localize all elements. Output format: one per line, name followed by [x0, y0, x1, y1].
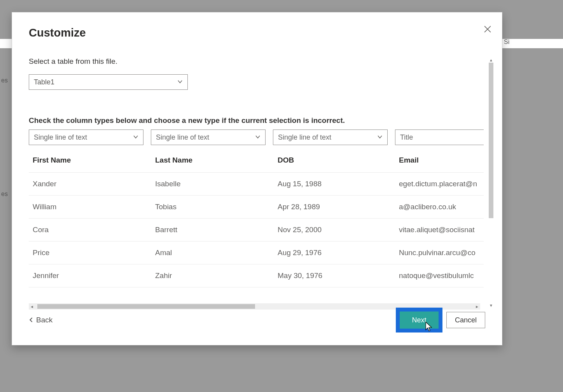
cancel-label: Cancel	[455, 316, 477, 324]
table-selector-value: Table1	[34, 78, 54, 86]
cell-last-name: Barrett	[151, 219, 274, 242]
cell-email: a@aclibero.co.uk	[395, 196, 484, 219]
column-header: Last Name	[151, 148, 274, 173]
chevron-left-icon	[29, 316, 34, 324]
bg-text-3: Si	[504, 38, 509, 46]
column-header: DOB	[274, 148, 395, 173]
column-types-label: Check the column types below and choose …	[29, 116, 491, 125]
next-button[interactable]: Next	[400, 312, 439, 329]
column-header: First Name	[29, 148, 151, 173]
cell-first-name: Jennifer	[29, 264, 151, 287]
close-button[interactable]	[482, 24, 493, 36]
column-type-selector-1[interactable]: Single line of text	[151, 130, 266, 145]
column-type-value: Single line of text	[156, 133, 209, 142]
table-row: Xander Isabelle Aug 15, 1988 eget.dictum…	[29, 173, 484, 196]
cell-first-name: William	[29, 196, 151, 219]
customize-dialog: Customize Select a table from this file.…	[12, 12, 502, 345]
cell-dob: Nov 25, 2000	[274, 219, 395, 242]
table-header-row: First Name Last Name DOB Email	[29, 148, 484, 173]
cell-dob: Aug 29, 1976	[274, 242, 395, 264]
cell-email: Nunc.pulvinar.arcu@co	[395, 242, 484, 264]
scroll-down-arrow-icon: ▼	[488, 303, 494, 308]
preview-area: Single line of text Single line of text …	[29, 130, 484, 298]
back-button[interactable]: Back	[29, 316, 52, 324]
column-type-value: Single line of text	[278, 133, 331, 142]
column-type-selector-0[interactable]: Single line of text	[29, 130, 143, 145]
chevron-down-icon	[255, 133, 261, 142]
bg-text-2: es	[1, 191, 8, 198]
table-row: Cora Barrett Nov 25, 2000 vitae.aliquet@…	[29, 219, 484, 242]
column-type-selector-3[interactable]: Title	[395, 130, 484, 145]
cell-email: vitae.aliquet@sociisnat	[395, 219, 484, 242]
scroll-up-arrow-icon: ▲	[488, 57, 494, 63]
table-row: William Tobias Apr 28, 1989 a@aclibero.c…	[29, 196, 484, 219]
chevron-down-icon	[177, 78, 183, 86]
preview-table: First Name Last Name DOB Email Xander Is…	[29, 148, 484, 287]
select-table-label: Select a table from this file.	[29, 57, 491, 66]
close-icon	[484, 26, 491, 34]
cell-email: natoque@vestibulumlc	[395, 264, 484, 287]
bg-text-1: es	[1, 77, 8, 84]
column-type-value: Title	[400, 133, 413, 142]
next-label: Next	[412, 316, 426, 324]
table-selector[interactable]: Table1	[29, 74, 188, 90]
cell-email: eget.dictum.placerat@n	[395, 173, 484, 196]
next-button-highlight: Next	[396, 308, 442, 332]
dialog-title: Customize	[29, 26, 86, 39]
table-row: Price Amal Aug 29, 1976 Nunc.pulvinar.ar…	[29, 242, 484, 264]
cell-dob: Apr 28, 1989	[274, 196, 395, 219]
column-type-selector-2[interactable]: Single line of text	[273, 130, 388, 145]
chevron-down-icon	[133, 133, 138, 142]
column-type-value: Single line of text	[34, 133, 87, 142]
column-header: Email	[395, 148, 484, 173]
cell-first-name: Xander	[29, 173, 151, 196]
cell-last-name: Tobias	[151, 196, 274, 219]
cell-dob: May 30, 1976	[274, 264, 395, 287]
cell-first-name: Price	[29, 242, 151, 264]
vertical-scrollbar[interactable]: ▲ ▼	[488, 57, 494, 308]
table-row: Jennifer Zahir May 30, 1976 natoque@vest…	[29, 264, 484, 287]
cell-last-name: Zahir	[151, 264, 274, 287]
cell-first-name: Cora	[29, 219, 151, 242]
chevron-down-icon	[377, 133, 383, 142]
cell-dob: Aug 15, 1988	[274, 173, 395, 196]
vertical-scrollbar-thumb[interactable]	[489, 63, 493, 218]
back-label: Back	[36, 316, 52, 324]
cell-last-name: Amal	[151, 242, 274, 264]
cancel-button[interactable]: Cancel	[446, 312, 485, 328]
cell-last-name: Isabelle	[151, 173, 274, 196]
